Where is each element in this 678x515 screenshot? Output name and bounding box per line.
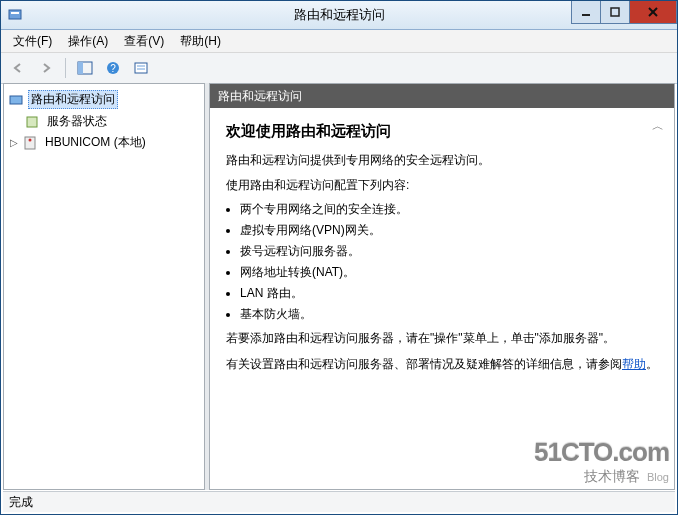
help-hint-text: 有关设置路由和远程访问服务器、部署情况及疑难解答的详细信息，请参阅 bbox=[226, 357, 622, 371]
menu-help[interactable]: 帮助(H) bbox=[172, 31, 229, 52]
forward-button[interactable] bbox=[33, 56, 59, 80]
tree-expander-icon[interactable]: ▷ bbox=[8, 137, 20, 148]
menu-bar: 文件(F) 操作(A) 查看(V) 帮助(H) bbox=[1, 30, 677, 53]
content-pane: 路由和远程访问 ︿ 欢迎使用路由和远程访问 路由和远程访问提供到专用网络的安全远… bbox=[209, 83, 675, 490]
tree-pane[interactable]: 路由和远程访问 服务器状态 ▷ HBUNICOM (本地) bbox=[3, 83, 205, 490]
minimize-button[interactable] bbox=[571, 1, 601, 24]
content-header-title: 路由和远程访问 bbox=[218, 88, 302, 105]
show-hide-tree-button[interactable] bbox=[72, 56, 98, 80]
help-hint-tail: 。 bbox=[646, 357, 658, 371]
tree-server-status-label: 服务器状态 bbox=[44, 113, 110, 130]
list-item: LAN 路由。 bbox=[240, 285, 658, 302]
svg-point-16 bbox=[29, 138, 32, 141]
help-hint: 有关设置路由和远程访问服务器、部署情况及疑难解答的详细信息，请参阅帮助。 bbox=[226, 355, 658, 374]
intro-1: 路由和远程访问提供到专用网络的安全远程访问。 bbox=[226, 151, 658, 170]
tree-root-label: 路由和远程访问 bbox=[28, 90, 118, 109]
list-item: 拨号远程访问服务器。 bbox=[240, 243, 658, 260]
svg-text:?: ? bbox=[110, 63, 116, 74]
tree-server-local-label: HBUNICOM (本地) bbox=[42, 134, 149, 151]
list-item: 虚拟专用网络(VPN)网关。 bbox=[240, 222, 658, 239]
welcome-heading: 欢迎使用路由和远程访问 bbox=[226, 122, 658, 141]
svg-rect-13 bbox=[10, 96, 22, 104]
menu-action[interactable]: 操作(A) bbox=[60, 31, 116, 52]
add-server-hint: 若要添加路由和远程访问服务器，请在"操作"菜单上，单击"添加服务器"。 bbox=[226, 329, 658, 348]
maximize-button[interactable] bbox=[600, 1, 630, 24]
tree-server-status[interactable]: 服务器状态 bbox=[6, 111, 202, 132]
menu-view[interactable]: 查看(V) bbox=[116, 31, 172, 52]
toolbar-separator bbox=[65, 58, 66, 78]
svg-rect-1 bbox=[11, 12, 19, 14]
content-header: 路由和远程访问 bbox=[210, 84, 674, 108]
help-button[interactable]: ? bbox=[100, 56, 126, 80]
server-icon bbox=[22, 135, 38, 151]
tree-root[interactable]: 路由和远程访问 bbox=[6, 88, 202, 111]
svg-rect-3 bbox=[611, 8, 619, 16]
title-bar: 路由和远程访问 bbox=[1, 1, 677, 30]
tree-server-local[interactable]: ▷ HBUNICOM (本地) bbox=[6, 132, 202, 153]
svg-rect-0 bbox=[9, 10, 21, 19]
status-bar: 完成 bbox=[3, 491, 675, 512]
list-item: 网络地址转换(NAT)。 bbox=[240, 264, 658, 281]
back-button[interactable] bbox=[5, 56, 31, 80]
svg-rect-10 bbox=[135, 63, 147, 73]
content-body[interactable]: ︿ 欢迎使用路由和远程访问 路由和远程访问提供到专用网络的安全远程访问。 使用路… bbox=[210, 108, 674, 489]
status-text: 完成 bbox=[9, 494, 33, 511]
svg-rect-7 bbox=[78, 62, 83, 74]
toolbar: ? bbox=[1, 53, 677, 84]
close-button[interactable] bbox=[629, 1, 677, 24]
list-item: 两个专用网络之间的安全连接。 bbox=[240, 201, 658, 218]
collapse-icon[interactable]: ︿ bbox=[652, 118, 664, 135]
svg-rect-14 bbox=[27, 117, 37, 127]
menu-file[interactable]: 文件(F) bbox=[5, 31, 60, 52]
app-icon bbox=[7, 7, 23, 23]
properties-button[interactable] bbox=[128, 56, 154, 80]
rras-icon bbox=[8, 92, 24, 108]
server-status-icon bbox=[24, 114, 40, 130]
feature-list: 两个专用网络之间的安全连接。 虚拟专用网络(VPN)网关。 拨号远程访问服务器。… bbox=[226, 201, 658, 323]
intro-2: 使用路由和远程访问配置下列内容: bbox=[226, 176, 658, 195]
help-link[interactable]: 帮助 bbox=[622, 357, 646, 371]
list-item: 基本防火墙。 bbox=[240, 306, 658, 323]
